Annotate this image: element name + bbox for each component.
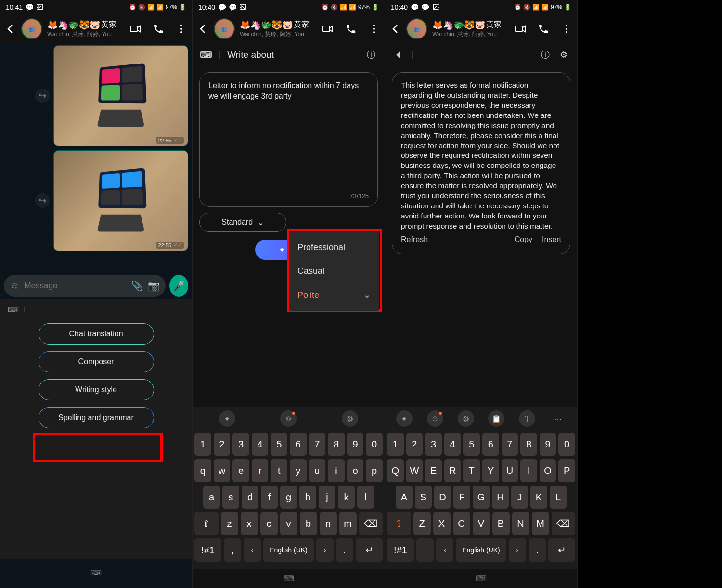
key-m[interactable]: m [339, 512, 357, 535]
back-icon[interactable] [5, 23, 16, 35]
settings-slider-icon[interactable]: ⚙ [558, 49, 569, 61]
key-r[interactable]: r [252, 459, 269, 482]
lang-next-key[interactable]: › [316, 538, 334, 562]
key-m[interactable]: M [532, 512, 549, 535]
period-key[interactable]: . [529, 538, 546, 562]
clipboard-icon[interactable]: 📋 [488, 410, 504, 427]
key-7[interactable]: 7 [502, 433, 518, 456]
emoji-picker-icon[interactable]: ☺ [427, 410, 443, 427]
key-p[interactable]: p [366, 459, 383, 482]
key-r[interactable]: R [444, 459, 461, 482]
shift-key[interactable]: ⇧ [387, 512, 411, 535]
key-u[interactable]: U [502, 459, 518, 482]
menu-icon[interactable] [176, 23, 187, 35]
symbols-key[interactable]: !#1 [194, 538, 221, 562]
key-w[interactable]: w [214, 459, 231, 482]
key-l[interactable]: l [357, 486, 374, 509]
keyboard-toggle-icon[interactable]: ⌨ [0, 563, 192, 582]
key-t[interactable]: t [271, 459, 287, 482]
emoji-picker-icon[interactable]: ☺ [280, 410, 297, 427]
settings-icon[interactable]: ⚙ [342, 410, 358, 427]
comma-key[interactable]: , [224, 538, 241, 562]
chat-title-block[interactable]: 🦊🦄🐲🐯🐷 黄家 👫 ... Wai chin, 慧玲, 阿婷, You [47, 20, 118, 38]
key-5[interactable]: 5 [463, 433, 480, 456]
key-e[interactable]: E [425, 459, 442, 482]
message-input-pill[interactable]: ☺ 📎 📷 [4, 275, 166, 297]
key-1[interactable]: 1 [387, 433, 404, 456]
key-j[interactable]: j [319, 486, 335, 509]
key-u[interactable]: u [309, 459, 326, 482]
key-s[interactable]: s [222, 486, 239, 509]
ai-sparkle-icon[interactable]: ✦ [396, 410, 413, 427]
tone-option-professional[interactable]: Professional [289, 236, 379, 259]
attach-icon[interactable]: 📎 [131, 280, 143, 292]
key-8[interactable]: 8 [328, 433, 345, 456]
keyboard-toggle-icon[interactable]: ⌨ [385, 569, 577, 588]
key-y[interactable]: y [290, 459, 307, 482]
video-call-icon[interactable] [129, 23, 141, 35]
voice-call-icon[interactable] [538, 23, 549, 35]
key-8[interactable]: 8 [520, 433, 537, 456]
key-3[interactable]: 3 [425, 433, 442, 456]
menu-icon[interactable] [561, 23, 572, 35]
voice-call-icon[interactable] [153, 23, 164, 35]
option-writing-style[interactable]: Writing style [39, 379, 154, 400]
video-call-icon[interactable] [515, 23, 526, 35]
key-z[interactable]: Z [413, 512, 431, 535]
key-5[interactable]: 5 [271, 433, 287, 456]
key-f[interactable]: f [261, 486, 278, 509]
key-i[interactable]: I [520, 459, 537, 482]
copy-button[interactable]: Copy [515, 234, 532, 245]
key-e[interactable]: e [232, 459, 249, 482]
key-7[interactable]: 7 [309, 433, 326, 456]
backspace-key[interactable]: ⌫ [359, 512, 383, 535]
key-z[interactable]: z [221, 512, 238, 535]
symbols-key[interactable]: !#1 [387, 538, 414, 562]
back-icon[interactable] [197, 23, 209, 35]
back-square-icon[interactable]: ⏴ [393, 49, 404, 61]
key-f[interactable]: F [453, 486, 470, 509]
key-1[interactable]: 1 [194, 433, 211, 456]
image-message[interactable]: 22:55✓✓ [53, 150, 188, 251]
key-h[interactable]: h [299, 486, 316, 509]
length-dropdown[interactable]: Standard ⌄ [199, 213, 286, 232]
image-message[interactable]: 22:55✓✓ [53, 45, 188, 146]
backspace-key[interactable]: ⌫ [552, 512, 576, 535]
chat-title-block[interactable]: 🦊🦄🐲🐯🐷 黄家 👫 ... Wai chin, 慧玲, 阿婷, You [240, 20, 310, 38]
settings-icon[interactable]: ⚙ [458, 410, 474, 427]
text-tools-icon[interactable]: Ƭ [519, 410, 535, 427]
key-9[interactable]: 9 [347, 433, 364, 456]
key-2[interactable]: 2 [214, 433, 231, 456]
lang-next-key[interactable]: › [509, 538, 526, 562]
keyboard-toggle-icon[interactable]: ⌨ [193, 569, 385, 588]
group-avatar[interactable]: 👥 [214, 18, 235, 39]
key-q[interactable]: Q [387, 459, 404, 482]
ai-sparkle-icon[interactable]: ✦ [219, 410, 235, 427]
forward-icon[interactable]: ↪ [35, 193, 50, 208]
key-4[interactable]: 4 [252, 433, 269, 456]
voice-call-icon[interactable] [345, 23, 357, 35]
key-x[interactable]: X [433, 512, 451, 535]
space-key[interactable]: English (UK) [456, 538, 506, 562]
option-spelling-grammar[interactable]: Spelling and grammar [39, 407, 154, 428]
key-4[interactable]: 4 [444, 433, 461, 456]
key-p[interactable]: P [558, 459, 575, 482]
key-6[interactable]: 6 [290, 433, 307, 456]
result-textarea[interactable]: This letter serves as formal notificatio… [392, 72, 570, 254]
key-v[interactable]: v [280, 512, 297, 535]
key-b[interactable]: B [492, 512, 510, 535]
tone-option-casual[interactable]: Casual [289, 259, 379, 283]
key-0[interactable]: 0 [558, 433, 575, 456]
key-w[interactable]: W [406, 459, 423, 482]
camera-icon[interactable]: 📷 [148, 280, 160, 292]
key-3[interactable]: 3 [232, 433, 249, 456]
key-s[interactable]: S [415, 486, 432, 509]
enter-key[interactable]: ↵ [548, 538, 575, 562]
key-h[interactable]: H [492, 486, 509, 509]
key-y[interactable]: Y [482, 459, 499, 482]
enter-key[interactable]: ↵ [356, 538, 383, 562]
key-v[interactable]: V [473, 512, 490, 535]
tone-option-polite[interactable]: Polite⌄ [289, 283, 379, 307]
key-t[interactable]: T [463, 459, 480, 482]
key-c[interactable]: c [260, 512, 278, 535]
